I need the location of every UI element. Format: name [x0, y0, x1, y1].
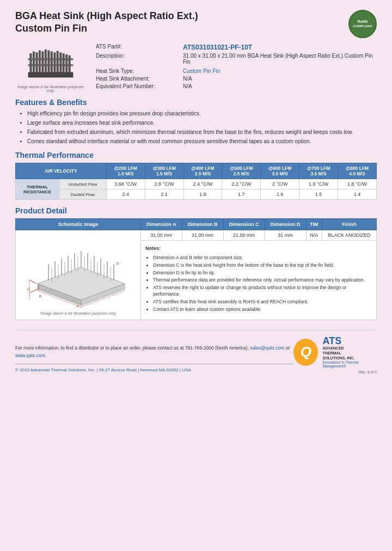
ats-full-name: ADVANCED THERMAL SOLUTIONS, INC. — [322, 346, 377, 360]
dim-d-value: 31 mm — [265, 230, 306, 241]
thermal-section: Thermal Performance AIR VELOCITY @200 LF… — [15, 151, 377, 200]
ducted-val-6: 1.4 — [338, 189, 377, 200]
svg-rect-1 — [30, 53, 32, 72]
equivalent-value: N/A — [183, 83, 192, 89]
lfm-600-header: @600 LFM 3.0 M/S — [261, 163, 299, 179]
rohs-badge: RoHS COMPLIANT — [348, 10, 377, 38]
svg-rect-4 — [39, 51, 41, 72]
feature-item: Comes standard without interface materia… — [27, 138, 377, 145]
svg-rect-2 — [33, 52, 35, 72]
unducted-val-5: 1.9 °C/W — [299, 179, 338, 189]
product-detail-title: Product Detail — [15, 206, 377, 215]
lfm-500-header: @500 LFM 2.5 M/S — [222, 163, 261, 179]
dim-b-value: 31.00 mm — [182, 230, 223, 241]
note-item: ATS certifies that this heat sink assemb… — [153, 299, 372, 305]
ats-logo-block: Q ATS ADVANCED THERMAL SOLUTIONS, INC. I… — [293, 336, 377, 374]
lfm-400-header: @400 LFM 2.0 M/S — [183, 163, 222, 179]
svg-text:A: A — [77, 304, 79, 308]
svg-rect-7 — [48, 51, 50, 72]
ats-tagline: Innovations in Thermal Management® — [322, 360, 377, 368]
thermal-title: Thermal Performance — [15, 151, 377, 160]
schematic-caption: *Image above is for illustration purpose… — [20, 311, 136, 315]
note-item: Contact ATS to learn about custom option… — [153, 307, 372, 313]
attachment-label: Heat Sink Attachment: — [96, 76, 183, 82]
unducted-val-4: 2 °C/W — [261, 179, 299, 189]
unducted-val-6: 1.8 °C/W — [338, 179, 377, 189]
footer-section: For more information, to find a distribu… — [15, 330, 377, 374]
svg-line-43 — [29, 289, 38, 293]
title-line1: BGA Heat Sink (High Aspect Ratio Ext.) — [15, 10, 198, 21]
svg-line-41 — [29, 280, 36, 284]
website-link[interactable]: www.qats.com — [15, 353, 45, 358]
product-image-caption: Image above is for illustration purposes… — [15, 85, 86, 93]
unducted-val-0: 3.68 °C/W — [106, 179, 145, 189]
email-link[interactable]: sales@qats.com — [250, 345, 284, 351]
heat-sink-type-value: Custom Pin Fin — [183, 68, 220, 74]
feature-item: Fabricated from extruded aluminum, which… — [27, 128, 377, 136]
attachment-row: Heat Sink Attachment: N/A — [96, 76, 377, 82]
dim-b-header: Dimension B — [182, 219, 223, 230]
detail-values-row: C A B D *Image above is for illustration… — [16, 230, 377, 241]
copyright: © 2013 Advanced Thermal Solutions, Inc. … — [15, 364, 293, 374]
ducted-row: Ducted Flow 2.4 2.1 1.8 1.7 1.6 1.5 1.4 — [16, 189, 377, 200]
note-item: Dimension A and B refer to component siz… — [153, 255, 372, 261]
description-value: 31.00 x 31.00 x 21.00 mm BGA Heat Sink (… — [183, 53, 377, 65]
part-number-label: ATS Part#: — [96, 44, 183, 50]
dim-a-value: 31.00 mm — [141, 230, 182, 241]
page-header: BGA Heat Sink (High Aspect Ratio Ext.) C… — [15, 10, 377, 38]
dim-d-header: Dimension D — [265, 219, 306, 230]
schematic-cell: C A B D *Image above is for illustration… — [16, 230, 141, 320]
svg-rect-14 — [69, 56, 71, 72]
svg-text:C: C — [27, 287, 30, 291]
tim-value: N/A — [306, 230, 322, 241]
air-velocity-header: AIR VELOCITY — [16, 163, 107, 179]
tim-header: TIM — [306, 219, 322, 230]
note-item: Thermal performance data are provided fo… — [153, 277, 372, 284]
svg-rect-16 — [28, 64, 73, 66]
svg-rect-10 — [57, 51, 59, 72]
unducted-val-3: 2.2 °C/W — [222, 179, 261, 189]
note-item: ATS reserves the right to update or chan… — [153, 285, 372, 298]
svg-rect-15 — [28, 58, 73, 60]
unducted-row: THERMAL RESISTANCE Unducted Flow 3.68 °C… — [16, 179, 377, 189]
svg-text:D: D — [117, 262, 119, 265]
schematic-header: Schematic Image — [16, 219, 141, 230]
svg-rect-6 — [45, 50, 47, 72]
product-detail-section: Product Detail Schematic Image Dimension… — [15, 206, 377, 320]
title-line2: Custom Pin Fin — [15, 23, 87, 34]
product-image-block: Image above is for illustration purposes… — [15, 44, 86, 93]
lfm-800-header: @800 LFM 4.0 M/S — [338, 163, 377, 179]
feature-item: Large surface area increases heat sink p… — [27, 119, 377, 127]
dim-c-header: Dimension C — [223, 219, 265, 230]
features-section: Features & Benefits High efficiency pin … — [15, 98, 377, 145]
ducted-val-5: 1.5 — [299, 189, 338, 200]
product-specs: ATS Part#: ATS031031021-PF-10T Descripti… — [96, 44, 377, 93]
ats-q-icon: Q — [293, 339, 318, 366]
svg-rect-0 — [28, 72, 73, 77]
notes-cell: Notes: Dimension A and B refer to compon… — [141, 241, 377, 320]
notes-title: Notes: — [145, 245, 372, 253]
svg-rect-11 — [59, 52, 62, 72]
attachment-value: N/A — [183, 76, 192, 82]
product-title: BGA Heat Sink (High Aspect Ratio Ext.) C… — [15, 10, 198, 35]
note-item: Dimension C is the heat sink height from… — [153, 262, 372, 269]
ducted-val-1: 2.1 — [145, 189, 183, 200]
ducted-label: Ducted Flow — [59, 189, 107, 200]
ats-name: ATS — [322, 336, 377, 346]
ats-logo: Q ATS ADVANCED THERMAL SOLUTIONS, INC. I… — [293, 336, 377, 368]
heatsink-illustration — [18, 44, 83, 83]
schematic-svg: C A B D — [27, 235, 130, 308]
equivalent-label: Equivalent Part Number: — [96, 83, 183, 89]
unducted-val-1: 2.8 °C/W — [145, 179, 183, 189]
dim-c-value: 21.00 mm — [223, 230, 265, 241]
page-number: Rev. 3 of 3 — [359, 370, 377, 374]
features-title: Features & Benefits — [15, 98, 377, 107]
ducted-val-2: 1.8 — [183, 189, 222, 200]
ats-text: ATS ADVANCED THERMAL SOLUTIONS, INC. Inn… — [322, 336, 377, 368]
svg-rect-9 — [53, 52, 56, 72]
part-number-value: ATS031031021-PF-10T — [183, 44, 252, 51]
finish-header: Finish — [322, 219, 376, 230]
feature-item: High efficiency pin fin design provides … — [27, 110, 377, 118]
features-list: High efficiency pin fin design provides … — [15, 110, 377, 145]
lfm-300-header: @300 LFM 1.5 M/S — [145, 163, 183, 179]
